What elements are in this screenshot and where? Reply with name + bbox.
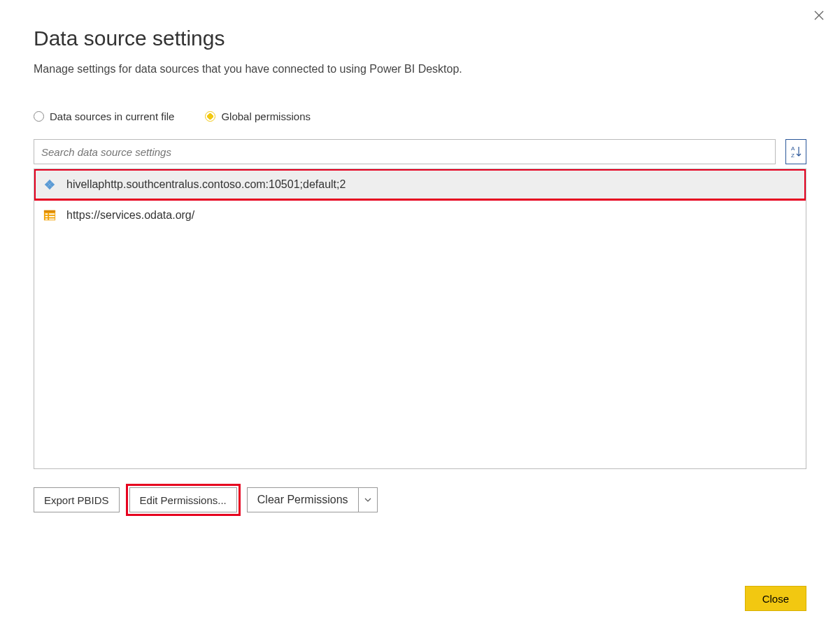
search-row: A Z: [34, 139, 806, 164]
clear-permissions-dropdown[interactable]: [359, 488, 377, 512]
clear-permissions-button[interactable]: Clear Permissions: [248, 488, 359, 512]
data-source-list[interactable]: hivellaphttp.southcentralus.contoso.com:…: [34, 168, 806, 469]
edit-permissions-button[interactable]: Edit Permissions...: [129, 487, 237, 512]
svg-rect-11: [49, 216, 55, 217]
svg-text:A: A: [791, 145, 795, 152]
dialog-subtitle: Manage settings for data sources that yo…: [34, 63, 806, 76]
dialog-footer: Close: [745, 586, 806, 611]
svg-rect-12: [45, 219, 48, 220]
data-source-label: https://services.odata.org/: [66, 209, 194, 222]
search-input[interactable]: [34, 139, 776, 164]
data-source-label: hivellaphttp.southcentralus.contoso.com:…: [66, 178, 346, 191]
radio-icon: [205, 111, 215, 122]
svg-rect-10: [45, 216, 48, 217]
svg-rect-9: [49, 213, 55, 215]
data-source-row[interactable]: hivellaphttp.southcentralus.contoso.com:…: [34, 169, 806, 200]
radio-current-file[interactable]: Data sources in current file: [34, 110, 174, 122]
data-source-row[interactable]: https://services.odata.org/: [34, 200, 806, 231]
odata-icon: [43, 208, 57, 222]
close-button[interactable]: Close: [745, 586, 806, 611]
radio-global-permissions[interactable]: Global permissions: [205, 110, 311, 122]
sort-az-icon: A Z: [790, 145, 802, 159]
dialog-title: Data source settings: [34, 27, 806, 50]
action-button-row: Export PBIDS Edit Permissions... Clear P…: [34, 487, 806, 512]
scope-radio-group: Data sources in current file Global perm…: [34, 110, 806, 122]
hive-icon: [43, 178, 57, 192]
svg-rect-7: [44, 210, 55, 213]
close-icon[interactable]: [813, 10, 827, 24]
svg-rect-13: [49, 219, 55, 220]
radio-label: Global permissions: [221, 110, 311, 122]
radio-icon: [34, 111, 44, 122]
radio-label: Data sources in current file: [50, 110, 174, 122]
chevron-down-icon: [364, 498, 371, 502]
export-pbids-button[interactable]: Export PBIDS: [34, 487, 120, 512]
svg-rect-8: [45, 213, 48, 215]
data-source-settings-dialog: Data source settings Manage settings for…: [0, 0, 840, 632]
clear-permissions-split-button: Clear Permissions: [247, 487, 378, 512]
svg-text:Z: Z: [791, 152, 795, 159]
sort-az-button[interactable]: A Z: [785, 139, 806, 164]
